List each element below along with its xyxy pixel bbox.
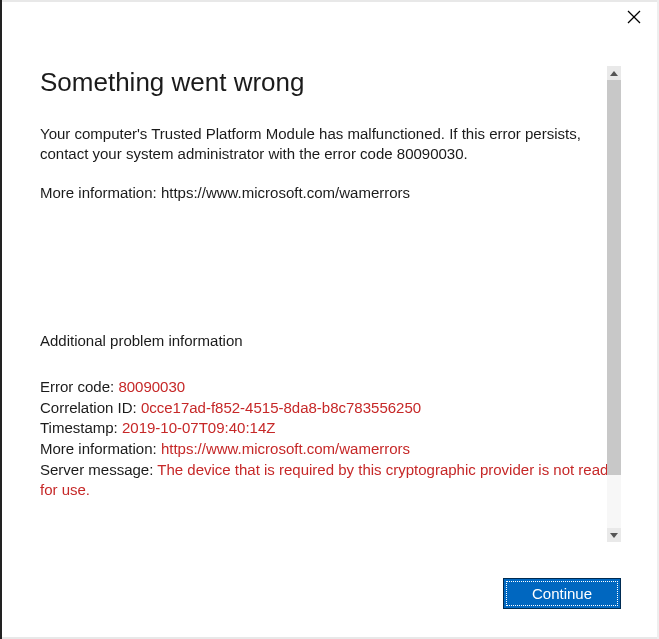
error-message: Your computer's Trusted Platform Module … [40, 124, 621, 165]
error-code-label: Error code: [40, 378, 118, 395]
error-dialog: Something went wrong Your computer's Tru… [2, 2, 657, 637]
spacer [40, 222, 621, 332]
details-more-info-line: More information: https://www.microsoft.… [40, 439, 621, 460]
chevron-up-icon [610, 71, 618, 76]
correlation-id-line: Correlation ID: 0cce17ad-f852-4515-8da8-… [40, 398, 621, 419]
server-message-line: Server message: The device that is requi… [40, 460, 621, 501]
vertical-scrollbar[interactable] [607, 66, 621, 542]
titlebar [2, 2, 657, 36]
correlation-id-label: Correlation ID: [40, 399, 141, 416]
timestamp-value: 2019-10-07T09:40:14Z [122, 419, 275, 436]
close-icon [627, 10, 641, 24]
dialog-heading: Something went wrong [40, 66, 621, 100]
correlation-id-value: 0cce17ad-f852-4515-8da8-b8c783556250 [141, 399, 421, 416]
timestamp-label: Timestamp: [40, 419, 122, 436]
error-code-line: Error code: 80090030 [40, 377, 621, 398]
scroll-up-button[interactable] [607, 66, 621, 80]
continue-button[interactable]: Continue [503, 578, 621, 609]
details-more-info-value: https://www.microsoft.com/wamerrors [161, 440, 410, 457]
dialog-footer: Continue [2, 566, 657, 637]
chevron-down-icon [610, 533, 618, 538]
scroll-thumb[interactable] [607, 80, 621, 475]
more-info-line: More information: https://www.microsoft.… [40, 183, 621, 204]
content-area: Something went wrong Your computer's Tru… [2, 36, 657, 566]
scroll-region: Something went wrong Your computer's Tru… [40, 66, 621, 542]
scroll-track[interactable] [607, 80, 621, 528]
timestamp-line: Timestamp: 2019-10-07T09:40:14Z [40, 418, 621, 439]
additional-info-heading: Additional problem information [40, 332, 621, 349]
close-button[interactable] [627, 10, 645, 28]
error-code-value: 80090030 [118, 378, 185, 395]
more-info-url: https://www.microsoft.com/wamerrors [161, 184, 410, 201]
more-info-prefix: More information: [40, 184, 161, 201]
scroll-down-button[interactable] [607, 528, 621, 542]
server-message-label: Server message: [40, 461, 157, 478]
details-more-info-label: More information: [40, 440, 161, 457]
